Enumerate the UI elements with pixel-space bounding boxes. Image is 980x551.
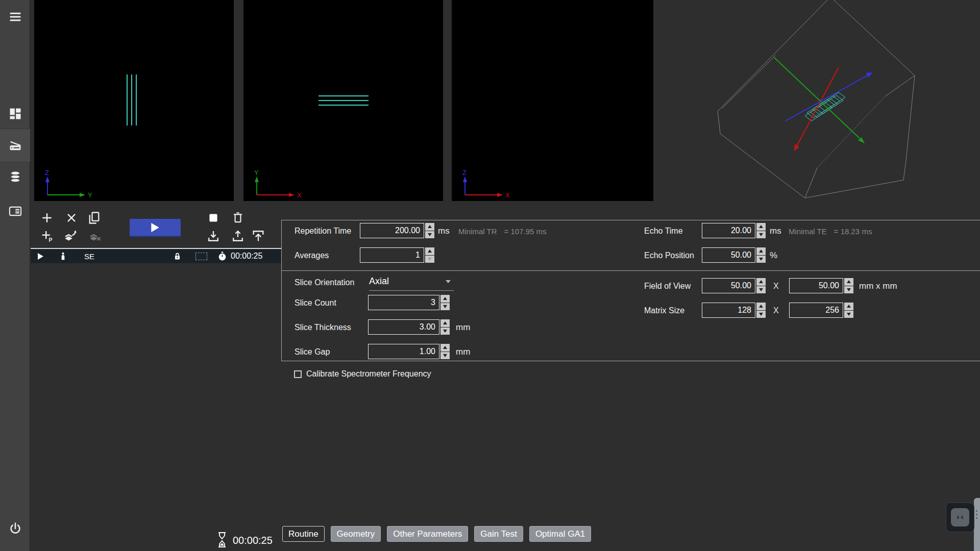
slice-count-increment[interactable] [440, 295, 450, 303]
slice-line [318, 95, 369, 96]
fov-x-increment[interactable] [756, 278, 766, 286]
selection-box-icon[interactable] [195, 249, 207, 263]
delete-button[interactable] [230, 210, 246, 226]
slice-count-decrement[interactable] [440, 303, 450, 311]
stop-icon [207, 211, 220, 224]
matrix-x-increment[interactable] [756, 303, 766, 310]
sidebar-item-reader[interactable] [0, 197, 30, 226]
download-button[interactable] [205, 228, 222, 244]
layers-icon [87, 229, 103, 244]
averages-increment[interactable] [425, 247, 434, 255]
parameter-tabs: Routine Geometry Other Parameters Gain T… [282, 526, 591, 542]
sidebar-item-scanner[interactable] [0, 129, 30, 162]
database-icon [8, 170, 22, 184]
slice-gap-input[interactable]: 1.00 [368, 344, 450, 359]
echo-position-input[interactable]: 50.00 [702, 247, 766, 263]
download-icon [206, 229, 220, 243]
wireframe-cube [718, 0, 915, 198]
remove-button[interactable] [63, 210, 80, 226]
field-of-view-y-input[interactable]: 50.00 [789, 278, 853, 293]
svg-text:P: P [49, 237, 53, 243]
chevron-down-icon [446, 280, 451, 283]
slice-orientation-dropdown[interactable]: Axial [369, 276, 454, 287]
slice-gap-unit: mm [456, 347, 470, 357]
tab-other-parameters[interactable]: Other Parameters [387, 526, 468, 542]
tab-geometry[interactable]: Geometry [331, 526, 381, 542]
axis-green [774, 58, 865, 143]
sidebar-item-database[interactable] [0, 163, 30, 191]
axis-red [794, 67, 839, 151]
field-of-view-x-input[interactable]: 50.00 [702, 278, 766, 293]
flip-arrows-icon [951, 508, 969, 527]
echo-position-decrement[interactable] [756, 256, 766, 263]
slice-gap-increment[interactable] [440, 344, 450, 352]
power-icon [8, 521, 22, 536]
start-scan-button[interactable] [130, 219, 181, 237]
menu-button[interactable] [0, 3, 30, 31]
repetition-time-input[interactable]: 200.00 [360, 223, 434, 238]
add-protocol-button[interactable]: P [39, 228, 55, 244]
tab-gain-test[interactable]: Gain Test [474, 526, 523, 542]
tab-optimal-ga1[interactable]: Optimal GA1 [529, 526, 591, 542]
stop-button[interactable] [205, 210, 222, 226]
matrix-y-increment[interactable] [844, 303, 853, 310]
drag-dots-icon [976, 510, 977, 519]
power-button[interactable] [0, 514, 30, 543]
plus-p-icon: P [40, 229, 54, 243]
row-play-icon[interactable] [38, 249, 43, 263]
matrix-separator: X [773, 306, 779, 315]
slice-thickness-input[interactable]: 3.00 [368, 319, 450, 335]
slice-thickness-unit: mm [456, 322, 470, 333]
export-stack-button[interactable] [62, 228, 78, 244]
slice-count-input[interactable]: 3 [368, 295, 450, 310]
averages-input[interactable]: 1 [360, 247, 434, 263]
viewport-coronal[interactable]: Y X [243, 0, 443, 201]
averages-label: Averages [295, 251, 329, 260]
repetition-time-decrement[interactable] [425, 231, 434, 239]
fov-y-increment[interactable] [844, 278, 853, 286]
tab-routine[interactable]: Routine [282, 526, 325, 542]
matrix-x-decrement[interactable] [756, 311, 766, 318]
play-icon [151, 223, 159, 232]
slice-thickness-increment[interactable] [440, 319, 450, 327]
repetition-time-unit: ms [438, 226, 450, 236]
duplicate-button[interactable] [86, 210, 102, 226]
upload-icon [231, 229, 245, 243]
matrix-size-y-input[interactable]: 256 [789, 303, 853, 318]
field-of-view-unit: mm x mm [859, 281, 897, 291]
averages-decrement[interactable] [425, 256, 434, 263]
import-stack-button-disabled[interactable] [87, 228, 103, 244]
matrix-size-x-input[interactable]: 128 [702, 303, 766, 318]
echo-position-increment[interactable] [756, 247, 766, 255]
repetition-time-increment[interactable] [425, 223, 434, 231]
matrix-y-decrement[interactable] [844, 311, 853, 318]
repetition-time-label: Repetition Time [295, 227, 351, 236]
slice-thickness-label: Slice Thickness [295, 323, 351, 332]
add-button[interactable] [39, 210, 55, 226]
checkbox-box[interactable] [294, 370, 302, 378]
viewport-axial[interactable]: Z X [452, 0, 653, 201]
echo-time-increment[interactable] [756, 223, 766, 231]
slice-thickness-decrement[interactable] [440, 328, 450, 335]
viewport-sagittal[interactable]: Z Y [34, 0, 234, 201]
sidebar-item-dashboard[interactable] [0, 99, 30, 128]
calibrate-spectrometer-checkbox[interactable]: Calibrate Spectrometer Frequency [294, 369, 431, 379]
geometry-3d-view[interactable] [653, 0, 980, 209]
scanner-icon [8, 138, 22, 153]
upload-all-button[interactable] [250, 228, 266, 244]
app-root: Z Y Y X Z X [0, 0, 980, 551]
fov-y-decrement[interactable] [844, 286, 853, 294]
edge-dock-handle[interactable] [974, 498, 980, 551]
sequence-list-row[interactable]: SE 00:00:25 [31, 248, 281, 263]
slice-gap-decrement[interactable] [440, 352, 450, 360]
upload-button[interactable] [230, 228, 246, 244]
floating-widget[interactable] [946, 503, 974, 532]
slice-gap-label: Slice Gap [295, 347, 330, 357]
plus-icon [40, 211, 54, 225]
fov-x-decrement[interactable] [756, 286, 766, 294]
echo-time-input[interactable]: 20.00 [702, 223, 766, 238]
trash-icon [231, 211, 244, 224]
lock-icon[interactable] [173, 249, 182, 263]
elapsed-time: 00:00:25 [233, 535, 273, 546]
echo-time-decrement[interactable] [756, 231, 766, 239]
